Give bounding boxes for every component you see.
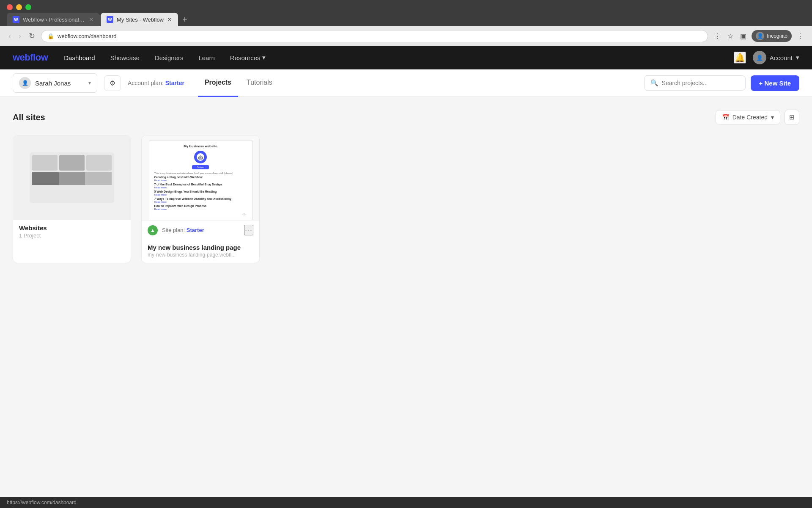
sub-nav-tutorials[interactable]: Tutorials (240, 69, 279, 97)
reload-button[interactable]: ↻ (27, 30, 37, 42)
workspace-settings-button[interactable]: ⚙ (104, 75, 121, 91)
nav-right: 🔔 👤 Account ▾ (734, 51, 799, 64)
tab-title-1: Webflow › Professional Freela... (23, 17, 85, 23)
sub-header-right: 🔍 + New Site (644, 75, 799, 91)
forward-button[interactable]: › (17, 30, 23, 42)
sub-nav-projects[interactable]: Projects (198, 69, 238, 97)
notifications-bell[interactable]: 🔔 (734, 52, 746, 64)
incognito-icon: 👤 (756, 32, 764, 40)
section-controls: 📅 Date Created ▾ ⊞ (716, 110, 799, 125)
main-area: All sites 📅 Date Created ▾ ⊞ (0, 97, 812, 276)
account-menu[interactable]: 👤 Account ▾ (753, 51, 799, 64)
account-chevron-icon: ▾ (796, 54, 799, 61)
workspace-name: Sarah Jonas (35, 80, 84, 87)
site-more-button[interactable]: ··· (244, 225, 253, 235)
search-input[interactable] (662, 80, 739, 86)
account-plan-label: Account plan: (128, 80, 164, 86)
calendar-icon: 📅 (722, 114, 729, 121)
lock-icon: 🔒 (47, 33, 54, 39)
traffic-light-red[interactable] (7, 4, 13, 10)
sort-chevron-icon: ▾ (771, 114, 774, 121)
sidebar-toggle-icon[interactable]: ▣ (738, 30, 748, 42)
traffic-light-yellow[interactable] (16, 4, 22, 10)
nav-resources[interactable]: Resources ▾ (224, 50, 272, 65)
traffic-light-green[interactable] (25, 4, 31, 10)
tab-favicon-2: W (107, 16, 113, 23)
account-label: Account (770, 54, 793, 61)
search-box[interactable]: 🔍 (644, 75, 746, 91)
site-thumbnail: My business website 🤖 Button This is my … (142, 135, 259, 220)
account-plan-link[interactable]: Starter (165, 80, 184, 86)
logo-text: webflow (13, 52, 48, 63)
folder-name: Websites 1 Project (13, 220, 131, 240)
browser-chrome: W Webflow › Professional Freela... ✕ W M… (0, 0, 812, 46)
toolbar-actions: ⋮ ☆ ▣ 👤 Incognito ⋮ (712, 30, 805, 42)
grid-view-icon: ⊞ (789, 113, 795, 121)
address-bar[interactable]: 🔒 webflow.com/dashboard (41, 30, 708, 42)
view-toggle-button[interactable]: ⊞ (785, 110, 799, 125)
nav-showcase[interactable]: Showcase (104, 51, 145, 65)
nav-learn[interactable]: Learn (192, 51, 220, 65)
browser-menu-button[interactable]: ⋮ (795, 30, 805, 42)
section-title: All sites (13, 113, 45, 122)
tab-title-2: My Sites - Webflow (117, 17, 164, 23)
site-plan-text: Site plan: Starter (162, 227, 240, 233)
site-card-business[interactable]: My business website 🤖 Button This is my … (141, 135, 260, 263)
account-avatar: 👤 (753, 51, 766, 64)
account-plan-info: Account plan: Starter (128, 80, 184, 86)
status-bar: https://webflow.com/dashboard (0, 497, 812, 508)
sites-grid: Websites 1 Project My business website 🤖… (13, 135, 799, 263)
chevron-down-icon: ▾ (262, 54, 266, 61)
new-site-button[interactable]: + New Site (751, 75, 799, 91)
address-text: webflow.com/dashboard (58, 33, 702, 39)
sort-button[interactable]: 📅 Date Created ▾ (716, 110, 780, 124)
browser-tab-2[interactable]: W My Sites - Webflow ✕ (101, 13, 178, 26)
bookmark-icon[interactable]: ☆ (726, 30, 735, 42)
workspace-avatar: 👤 (19, 77, 31, 89)
business-thumb-mockup: My business website 🤖 Button This is my … (149, 141, 252, 220)
folder-sub-label: 1 Project (19, 232, 125, 239)
app-logo[interactable]: webflow (13, 52, 48, 63)
sort-label: Date Created (732, 114, 768, 121)
site-plan-icon: ▲ (148, 225, 158, 235)
nav-designers[interactable]: Designers (149, 51, 189, 65)
tab-close-1[interactable]: ✕ (89, 16, 94, 23)
back-button[interactable]: ‹ (7, 30, 13, 42)
status-url: https://webflow.com/dashboard (7, 500, 77, 505)
new-tab-button[interactable]: + (179, 13, 191, 26)
workspace-selector[interactable]: 👤 Sarah Jonas ▾ (13, 73, 97, 93)
incognito-badge[interactable]: 👤 Incognito (752, 30, 792, 42)
nav-dashboard[interactable]: Dashboard (58, 51, 101, 65)
incognito-label: Incognito (767, 33, 787, 39)
site-url: my-new-business-landing-page.webfl... (142, 252, 259, 263)
section-header: All sites 📅 Date Created ▾ ⊞ (13, 110, 799, 125)
sub-header: 👤 Sarah Jonas ▾ ⚙ Account plan: Starter … (0, 69, 812, 97)
browser-tab-1[interactable]: W Webflow › Professional Freela... ✕ (7, 13, 100, 26)
tab-close-2[interactable]: ✕ (167, 16, 172, 23)
folder-card-websites[interactable]: Websites 1 Project (13, 135, 131, 263)
sub-nav: Projects Tutorials (198, 69, 279, 97)
workspace-chevron-icon: ▾ (88, 80, 91, 86)
app-nav: webflow Dashboard Showcase Designers Lea… (0, 46, 812, 69)
extensions-icon[interactable]: ⋮ (712, 30, 722, 42)
site-card-footer: ▲ Site plan: Starter ··· (142, 220, 259, 240)
site-name: My new business landing page (142, 240, 259, 252)
folder-thumbnail (13, 135, 131, 220)
tab-favicon-1: W (13, 16, 19, 23)
site-plan-link[interactable]: Starter (187, 227, 204, 233)
search-icon: 🔍 (650, 79, 658, 87)
